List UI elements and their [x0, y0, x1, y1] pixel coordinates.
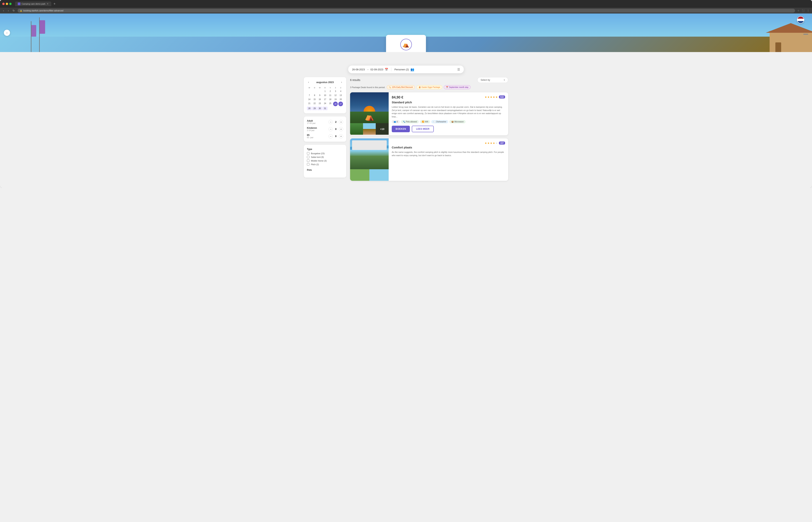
cal-day-23[interactable]: 23 — [317, 102, 322, 106]
search-filter-button[interactable]: ☰ — [457, 68, 460, 71]
package-badge-earlybird[interactable]: 🏷️ 10% Early Bird Discount — [387, 85, 415, 89]
listing-top-2: ★ ★ ★ ★ ★ 197 — [392, 141, 505, 145]
tab-close-icon[interactable]: ✕ — [47, 2, 48, 5]
cal-day-7[interactable]: 7 — [307, 94, 312, 97]
cal-day-22[interactable]: 22 — [312, 102, 317, 106]
search-persons[interactable]: Personen (2) 👥 — [394, 68, 414, 71]
children-increase-btn[interactable]: + — [339, 127, 343, 131]
search-dates[interactable]: 26-08-2023 → 02-09-2023 📅 — [352, 68, 388, 71]
mobile-home-checkbox[interactable] — [307, 159, 309, 162]
cal-day-30[interactable]: 30 — [317, 106, 322, 110]
cal-day-16[interactable]: 16 — [317, 98, 322, 101]
cal-day-4[interactable]: 4 — [338, 89, 343, 93]
browser-tab[interactable]: Camping care demo park ✕ — [15, 2, 51, 6]
address-bar[interactable]: 🔒 booking.starfish.care/demo/filter-adva… — [18, 9, 795, 13]
cal-day-20[interactable]: 20 — [338, 98, 343, 101]
safari-label[interactable]: Safari tent (9) — [311, 156, 324, 158]
listing-images-1: ⛺ +10 — [350, 92, 389, 135]
cal-day-12[interactable]: 12 — [333, 94, 338, 97]
reload-nav-btn[interactable]: ↻ — [12, 8, 16, 13]
book-button-1[interactable]: BOEKEN — [392, 126, 410, 132]
thumb-grass-img — [350, 123, 363, 135]
cal-day-31[interactable]: 31 — [323, 106, 327, 110]
wifi-icon: 📶 — [422, 121, 424, 123]
package-deals-bar: 3 Package Deals found in this period. 🏷️… — [350, 85, 508, 89]
thumbnail-2-1[interactable] — [350, 169, 369, 181]
pitch-checkbox[interactable] — [307, 163, 309, 166]
browser-close-btn[interactable] — [2, 3, 5, 5]
more-button-1[interactable]: LEES MEER — [412, 126, 433, 132]
cal-day-9[interactable]: 9 — [317, 94, 322, 97]
micro-label: Microwave — [454, 121, 464, 123]
package-badge-easter[interactable]: 🥚 Easter Eggs Package — [417, 85, 442, 89]
senior-decrease-btn[interactable]: − — [328, 134, 333, 138]
select-by-dropdown[interactable]: Select by ▾ — [477, 77, 508, 83]
cal-day-8[interactable]: 8 — [312, 94, 317, 97]
cal-day-17[interactable]: 17 — [323, 98, 327, 101]
cal-header-d1: D — [312, 86, 317, 89]
menu-btn[interactable]: ⋮ — [806, 9, 810, 12]
guest-age-senior: 65- jaar — [307, 137, 328, 139]
thumbnail-1[interactable] — [350, 123, 363, 135]
star-3: ★ — [490, 96, 492, 99]
pets-icon: 🐾 — [403, 121, 405, 123]
cal-day-28[interactable]: 28 — [307, 106, 312, 110]
extensions-btn[interactable]: ⬛ — [801, 9, 806, 12]
cal-day-empty-4 — [328, 106, 333, 110]
cal-day-1[interactable]: 1 — [323, 89, 327, 93]
adult-decrease-btn[interactable]: − — [328, 120, 333, 124]
cal-header-z2: Z — [338, 86, 343, 89]
cal-day-27-selected[interactable]: 27 — [338, 102, 343, 106]
cal-day-18[interactable]: 18 — [328, 98, 333, 101]
hero-back-button[interactable]: ‹ — [4, 30, 10, 36]
adult-increase-btn[interactable]: + — [339, 120, 343, 124]
bungalow-label[interactable]: Bungalow (23) — [311, 152, 325, 155]
date-from: 26-08-2023 — [352, 68, 365, 71]
micro-icon: 📦 — [451, 121, 454, 123]
pitch-label[interactable]: Pitch (2) — [311, 163, 319, 166]
browser-maximize-btn[interactable] — [9, 3, 12, 5]
new-tab-btn[interactable]: + — [54, 2, 56, 6]
cal-day-21[interactable]: 21 — [307, 102, 312, 106]
cal-header-z1: Z — [333, 86, 338, 89]
mobile-home-label[interactable]: Mobile Home (3) — [311, 160, 327, 162]
cal-day-15[interactable]: 15 — [312, 98, 317, 101]
browser-minimize-btn[interactable] — [6, 3, 8, 5]
thumbnail-2-2[interactable] — [369, 169, 389, 181]
senior-increase-btn[interactable]: + — [339, 134, 343, 138]
cal-day-13[interactable]: 13 — [338, 94, 343, 97]
cal-day-24[interactable]: 24 — [323, 102, 327, 106]
bungalow-checkbox[interactable] — [307, 152, 309, 155]
cal-day-26-selected[interactable]: 26 — [333, 102, 338, 106]
logo-circle: ⛺ — [400, 39, 412, 50]
package-badge-september[interactable]: 📅 September month stay — [444, 85, 471, 89]
calendar-prev-btn[interactable]: ‹ — [307, 80, 310, 84]
amenity-dishwasher: 🍽️ Dishwasher — [431, 120, 448, 123]
cal-day-29[interactable]: 29 — [312, 106, 317, 110]
cal-day-19[interactable]: 19 — [333, 98, 338, 101]
cal-day-14[interactable]: 14 — [307, 98, 312, 101]
calendar-next-btn[interactable]: › — [340, 80, 343, 84]
thumbnail-2[interactable] — [363, 123, 376, 135]
back-nav-btn[interactable]: ‹ — [2, 8, 5, 13]
cal-day-10[interactable]: 10 — [323, 94, 327, 97]
listing-amenities-1: 👥 6 🐾 Pets allowed 📶 Wifi — [392, 120, 505, 123]
hero-roof — [766, 23, 812, 33]
children-decrease-btn[interactable]: − — [328, 127, 333, 131]
camping-image-bg: ⛺ — [350, 92, 389, 123]
september-label: September month stay — [449, 86, 468, 88]
cal-day-empty-3 — [317, 89, 322, 93]
bookmark-btn[interactable]: ☆ — [796, 9, 800, 12]
review-count-2: 197 — [499, 141, 505, 145]
thumb-2-1 — [350, 169, 369, 181]
thumbnail-more[interactable]: +10 — [376, 123, 389, 135]
listing-title-2: Comfort plaats — [392, 146, 505, 149]
safari-checkbox[interactable] — [307, 156, 309, 158]
filter-bungalow: Bungalow (23) — [307, 152, 343, 155]
cal-day-2[interactable]: 2 — [328, 89, 333, 93]
cal-day-25[interactable]: 25 — [328, 102, 333, 106]
flag-cloth-right — [40, 20, 45, 34]
cal-day-11[interactable]: 11 — [328, 94, 333, 97]
forward-nav-btn[interactable]: › — [7, 8, 10, 13]
cal-day-3[interactable]: 3 — [333, 89, 338, 93]
